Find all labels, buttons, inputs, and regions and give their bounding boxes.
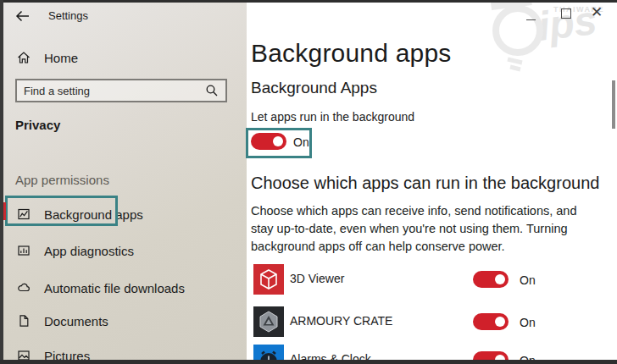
app-toggle-state: On [520,316,536,329]
background-apps-master-toggle[interactable] [251,133,286,150]
search-input[interactable] [24,85,205,97]
sidebar-item-app-diagnostics[interactable]: App diagnostics [17,242,134,259]
document-icon [17,314,31,328]
sidebar-item-home[interactable]: Home [17,49,78,66]
cube-icon [253,264,284,295]
3d-viewer-app-icon [253,264,284,295]
app-toggle-state: On [520,273,536,287]
sidebar-item-automatic-file-downloads[interactable]: Automatic file downloads [17,279,185,296]
maximize-button[interactable] [561,8,571,19]
hexagon-emblem-icon [253,306,284,337]
app-diagnostics-icon [17,244,31,257]
app-name: 3D Viewer [290,272,344,285]
sidebar-item-documents[interactable]: Documents [17,312,108,329]
background-apps-section-heading: Background Apps [251,79,377,97]
settings-sidebar: Settings Home Privacy App permissions Ba… [3,3,247,360]
armoury-crate-app-icon [253,306,284,337]
sidebar-item-home-label: Home [44,51,78,65]
annotation-highlight-sidebar [5,196,118,226]
privacy-heading: Privacy [15,118,60,132]
home-icon [17,51,31,64]
cloud-icon [17,281,31,295]
sidebar-item-documents-label: Documents [44,314,108,328]
app-toggle-3d-viewer[interactable] [473,271,509,288]
master-toggle-state: On [293,135,309,149]
choose-section-description: Choose which apps can receive info, send… [251,202,593,256]
search-box [15,79,227,102]
screenshot-frame-left [0,0,3,364]
sidebar-item-automatic-file-downloads-label: Automatic file downloads [44,281,185,295]
sidebar-item-app-diagnostics-label: App diagnostics [44,244,134,258]
search-icon[interactable] [205,84,219,97]
app-row-armoury-crate: ARMOURY CRATE On [253,306,542,337]
app-row-3d-viewer: 3D Viewer On [253,264,542,295]
close-button[interactable]: ✕ [591,4,603,21]
app-toggle-armoury-crate[interactable] [473,313,509,330]
toggle-caption: Let apps run in the background [251,110,414,124]
screenshot-frame-top [0,0,617,3]
app-name: ARMOURY CRATE [290,314,392,328]
back-arrow-icon [15,9,31,23]
app-title: Settings [48,9,88,22]
choose-section-heading: Choose which apps can run in the backgro… [251,174,599,193]
screenshot-frame-bottom [0,360,617,364]
page-title: Background apps [251,39,452,68]
minimize-button[interactable] [525,7,537,20]
back-button[interactable] [15,9,31,23]
app-permissions-heading: App permissions [15,173,109,187]
scrollbar-thumb[interactable] [612,80,615,129]
